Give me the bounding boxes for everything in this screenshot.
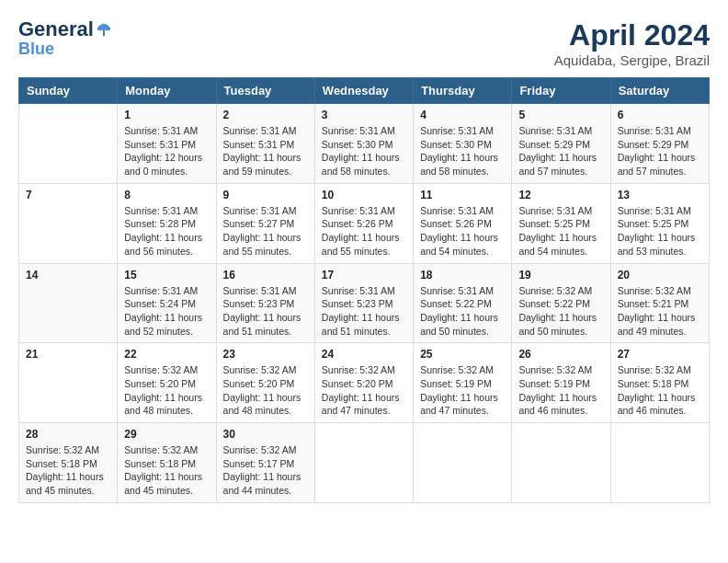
day-info: Sunrise: 5:31 AMSunset: 5:28 PMDaylight:… [124, 204, 209, 259]
calendar-cell: 14 [19, 263, 118, 343]
calendar-cell: 11Sunrise: 5:31 AMSunset: 5:26 PMDayligh… [414, 183, 512, 263]
calendar-cell [512, 423, 610, 503]
calendar-week-5: 28Sunrise: 5:32 AMSunset: 5:18 PMDayligh… [19, 423, 710, 503]
calendar-cell [19, 104, 118, 184]
day-info: Sunrise: 5:31 AMSunset: 5:30 PMDaylight:… [322, 124, 406, 178]
day-info: Sunrise: 5:32 AMSunset: 5:19 PMDaylight:… [518, 363, 603, 418]
day-info: Sunrise: 5:32 AMSunset: 5:18 PMDaylight:… [618, 363, 702, 418]
day-number: 8 [124, 189, 209, 201]
day-info: Sunrise: 5:32 AMSunset: 5:18 PMDaylight:… [124, 443, 209, 498]
day-info: Sunrise: 5:31 AMSunset: 5:29 PMDaylight:… [618, 124, 702, 178]
day-number: 27 [618, 348, 702, 361]
day-number: 18 [420, 269, 505, 282]
calendar-week-4: 2122Sunrise: 5:32 AMSunset: 5:20 PMDayli… [19, 343, 710, 423]
day-number: 15 [124, 269, 209, 282]
day-info: Sunrise: 5:31 AMSunset: 5:25 PMDaylight:… [618, 204, 702, 259]
day-number: 25 [420, 348, 505, 361]
day-info: Sunrise: 5:32 AMSunset: 5:20 PMDaylight:… [124, 363, 209, 418]
calendar-cell: 15Sunrise: 5:31 AMSunset: 5:24 PMDayligh… [118, 263, 216, 343]
calendar-cell: 22Sunrise: 5:32 AMSunset: 5:20 PMDayligh… [118, 343, 216, 423]
calendar-cell: 2Sunrise: 5:31 AMSunset: 5:31 PMDaylight… [216, 104, 314, 184]
day-number: 6 [618, 109, 702, 121]
calendar-cell: 9Sunrise: 5:31 AMSunset: 5:27 PMDaylight… [216, 183, 314, 263]
calendar-cell: 28Sunrise: 5:32 AMSunset: 5:18 PMDayligh… [19, 423, 118, 503]
calendar-cell: 24Sunrise: 5:32 AMSunset: 5:20 PMDayligh… [314, 343, 413, 423]
day-number: 7 [26, 189, 110, 201]
weekday-header-tuesday: Tuesday [216, 78, 314, 104]
calendar-cell [414, 423, 512, 503]
day-info: Sunrise: 5:31 AMSunset: 5:26 PMDaylight:… [322, 204, 406, 259]
weekday-header-monday: Monday [118, 78, 216, 104]
logo-bird-icon [96, 22, 112, 39]
calendar-cell: 6Sunrise: 5:31 AMSunset: 5:29 PMDaylight… [610, 104, 709, 184]
calendar-cell: 23Sunrise: 5:32 AMSunset: 5:20 PMDayligh… [216, 343, 314, 423]
calendar-cell: 8Sunrise: 5:31 AMSunset: 5:28 PMDaylight… [118, 183, 216, 263]
month-title: April 2024 [554, 18, 710, 52]
day-number: 10 [322, 189, 406, 201]
day-info: Sunrise: 5:31 AMSunset: 5:26 PMDaylight:… [420, 204, 505, 259]
weekday-header-row: SundayMondayTuesdayWednesdayThursdayFrid… [19, 78, 710, 104]
calendar-cell: 17Sunrise: 5:31 AMSunset: 5:23 PMDayligh… [314, 263, 413, 343]
day-number: 19 [518, 269, 603, 282]
day-number: 20 [618, 269, 702, 282]
day-number: 17 [322, 269, 406, 282]
day-number: 29 [124, 428, 209, 441]
day-number: 14 [26, 269, 110, 282]
day-number: 11 [420, 189, 505, 201]
day-number: 21 [26, 348, 110, 361]
calendar-cell: 1Sunrise: 5:31 AMSunset: 5:31 PMDaylight… [118, 104, 216, 184]
title-section: April 2024 Aquidaba, Sergipe, Brazil [554, 18, 710, 68]
calendar-cell [610, 423, 709, 503]
weekday-header-sunday: Sunday [19, 78, 118, 104]
day-info: Sunrise: 5:31 AMSunset: 5:25 PMDaylight:… [518, 204, 603, 259]
page-header: General Blue April 2024 Aquidaba, Sergip… [18, 18, 710, 68]
day-number: 12 [518, 189, 603, 201]
calendar-cell: 20Sunrise: 5:32 AMSunset: 5:21 PMDayligh… [610, 263, 709, 343]
calendar-cell: 26Sunrise: 5:32 AMSunset: 5:19 PMDayligh… [512, 343, 610, 423]
calendar-cell: 29Sunrise: 5:32 AMSunset: 5:18 PMDayligh… [118, 423, 216, 503]
logo: General Blue [18, 18, 112, 59]
day-number: 13 [618, 189, 702, 201]
calendar-table: SundayMondayTuesdayWednesdayThursdayFrid… [18, 77, 710, 503]
day-info: Sunrise: 5:32 AMSunset: 5:17 PMDaylight:… [223, 443, 308, 498]
day-info: Sunrise: 5:31 AMSunset: 5:23 PMDaylight:… [223, 284, 308, 339]
day-info: Sunrise: 5:32 AMSunset: 5:19 PMDaylight:… [420, 363, 505, 418]
weekday-header-thursday: Thursday [414, 78, 512, 104]
day-info: Sunrise: 5:31 AMSunset: 5:24 PMDaylight:… [124, 284, 209, 339]
day-info: Sunrise: 5:31 AMSunset: 5:27 PMDaylight:… [223, 204, 308, 259]
day-info: Sunrise: 5:31 AMSunset: 5:23 PMDaylight:… [322, 284, 406, 339]
day-number: 5 [518, 109, 603, 121]
day-info: Sunrise: 5:32 AMSunset: 5:22 PMDaylight:… [518, 284, 603, 339]
day-number: 1 [124, 109, 209, 121]
calendar-cell: 3Sunrise: 5:31 AMSunset: 5:30 PMDaylight… [314, 104, 413, 184]
calendar-cell: 21 [19, 343, 118, 423]
calendar-cell: 10Sunrise: 5:31 AMSunset: 5:26 PMDayligh… [314, 183, 413, 263]
day-info: Sunrise: 5:31 AMSunset: 5:22 PMDaylight:… [420, 284, 505, 339]
calendar-cell: 5Sunrise: 5:31 AMSunset: 5:29 PMDaylight… [512, 104, 610, 184]
calendar-cell: 16Sunrise: 5:31 AMSunset: 5:23 PMDayligh… [216, 263, 314, 343]
day-number: 3 [322, 109, 406, 121]
calendar-cell: 7 [19, 183, 118, 263]
day-info: Sunrise: 5:31 AMSunset: 5:31 PMDaylight:… [124, 124, 209, 178]
day-info: Sunrise: 5:32 AMSunset: 5:20 PMDaylight:… [223, 363, 308, 418]
day-info: Sunrise: 5:31 AMSunset: 5:30 PMDaylight:… [420, 124, 505, 178]
day-info: Sunrise: 5:31 AMSunset: 5:29 PMDaylight:… [518, 124, 603, 178]
day-number: 4 [420, 109, 505, 121]
day-info: Sunrise: 5:32 AMSunset: 5:21 PMDaylight:… [618, 284, 702, 339]
calendar-cell: 25Sunrise: 5:32 AMSunset: 5:19 PMDayligh… [414, 343, 512, 423]
calendar-cell: 30Sunrise: 5:32 AMSunset: 5:17 PMDayligh… [216, 423, 314, 503]
weekday-header-friday: Friday [512, 78, 610, 104]
calendar-cell [314, 423, 413, 503]
calendar-cell: 27Sunrise: 5:32 AMSunset: 5:18 PMDayligh… [610, 343, 709, 423]
location: Aquidaba, Sergipe, Brazil [554, 52, 710, 68]
calendar-week-3: 1415Sunrise: 5:31 AMSunset: 5:24 PMDayli… [19, 263, 710, 343]
calendar-cell: 13Sunrise: 5:31 AMSunset: 5:25 PMDayligh… [610, 183, 709, 263]
calendar-body: 1Sunrise: 5:31 AMSunset: 5:31 PMDaylight… [19, 104, 710, 503]
day-number: 28 [26, 428, 110, 441]
day-number: 22 [124, 348, 209, 361]
day-number: 26 [518, 348, 603, 361]
day-info: Sunrise: 5:32 AMSunset: 5:20 PMDaylight:… [322, 363, 406, 418]
calendar-cell: 19Sunrise: 5:32 AMSunset: 5:22 PMDayligh… [512, 263, 610, 343]
day-number: 24 [322, 348, 406, 361]
calendar-cell: 18Sunrise: 5:31 AMSunset: 5:22 PMDayligh… [414, 263, 512, 343]
